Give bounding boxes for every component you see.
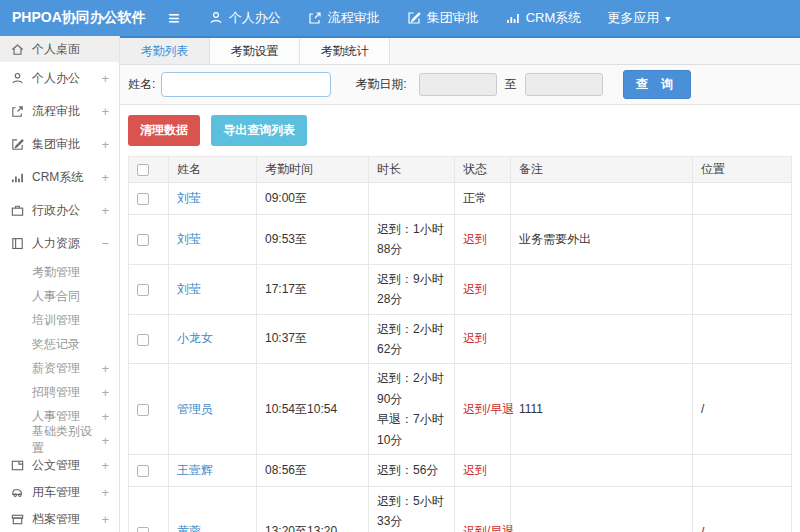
sidebar-item-个人办公[interactable]: 个人办公+ <box>0 62 119 95</box>
time-cell: 13:20至13:20 <box>257 486 369 532</box>
sidebar-item-label: 人事合同 <box>32 288 80 305</box>
checkbox-cell <box>129 454 169 486</box>
row-checkbox[interactable] <box>137 465 149 477</box>
expand-plus-icon[interactable]: + <box>101 137 109 152</box>
name-cell: 王壹辉 <box>169 454 257 486</box>
expand-plus-icon[interactable]: + <box>101 409 109 424</box>
menu-toggle-icon[interactable]: ≡ <box>158 0 190 36</box>
select-all-checkbox[interactable] <box>137 164 149 176</box>
tab-attendance-stats[interactable]: 考勤统计 <box>300 38 390 64</box>
sidebar-item-人力资源[interactable]: 人力资源− <box>0 227 119 260</box>
date-to-input[interactable] <box>525 73 603 96</box>
duration-cell <box>369 183 455 215</box>
clean-data-button[interactable]: 清理数据 <box>128 115 200 146</box>
row-checkbox[interactable] <box>137 193 149 205</box>
sidebar-item-个人桌面[interactable]: 个人桌面 <box>0 36 119 62</box>
column-header-时长: 时长 <box>369 157 455 183</box>
expand-plus-icon[interactable]: + <box>101 71 109 86</box>
search-button[interactable]: 查 询 <box>623 70 691 99</box>
topnav-item-流程审批[interactable]: 流程审批 <box>307 9 380 27</box>
duration-cell: 迟到：2小时90分早退：7小时10分 <box>369 364 455 455</box>
sidebar-subitem-培训管理[interactable]: 培训管理 <box>0 308 119 332</box>
sidebar-item-档案管理[interactable]: 档案管理+ <box>0 506 119 532</box>
row-checkbox[interactable] <box>137 334 149 346</box>
sidebar-item-label: 公文管理 <box>32 457 80 474</box>
expand-plus-icon[interactable]: + <box>101 385 109 400</box>
duration-line: 迟到：2小时62分 <box>377 319 446 360</box>
location-cell <box>693 215 792 265</box>
status-cell: 迟到/早退 <box>455 364 511 455</box>
sidebar-item-CRM系统[interactable]: CRM系统+ <box>0 161 119 194</box>
expand-plus-icon[interactable]: + <box>101 512 109 527</box>
topnav-item-更多应用[interactable]: 更多应用▾ <box>607 9 670 27</box>
duration-cell: 迟到：56分 <box>369 454 455 486</box>
location-cell: / <box>693 364 792 455</box>
time-cell: 09:00至 <box>257 183 369 215</box>
sidebar-subitem-基础类别设置[interactable]: 基础类别设置+ <box>0 428 119 452</box>
sidebar-item-行政办公[interactable]: 行政办公+ <box>0 194 119 227</box>
status-cell: 迟到 <box>455 264 511 314</box>
sidebar-subitem-招聘管理[interactable]: 招聘管理+ <box>0 380 119 404</box>
employee-name-link[interactable]: 王壹辉 <box>177 463 213 477</box>
sidebar-item-用车管理[interactable]: 用车管理+ <box>0 479 119 506</box>
column-header-备注: 备注 <box>511 157 693 183</box>
sidebar-item-label: 档案管理 <box>32 511 80 528</box>
status-cell: 迟到 <box>455 215 511 265</box>
sidebar-subitem-考勤管理[interactable]: 考勤管理 <box>0 260 119 284</box>
sidebar: 个人桌面个人办公+流程审批+集团审批+CRM系统+行政办公+人力资源−考勤管理人… <box>0 36 120 532</box>
date-from-input[interactable] <box>419 73 497 96</box>
employee-name-link[interactable]: 刘莹 <box>177 282 201 296</box>
row-checkbox[interactable] <box>137 404 149 416</box>
doc-icon <box>10 458 25 473</box>
employee-name-link[interactable]: 刘莹 <box>177 191 201 205</box>
expand-plus-icon[interactable]: + <box>101 203 109 218</box>
status-badge: 迟到 <box>463 232 487 246</box>
top-nav: 个人办公流程审批集团审批CRM系统更多应用▾ <box>208 0 697 36</box>
row-checkbox[interactable] <box>137 234 149 246</box>
export-list-button[interactable]: 导出查询列表 <box>211 115 307 146</box>
name-cell: 刘莹 <box>169 264 257 314</box>
employee-name-link[interactable]: 管理员 <box>177 402 213 416</box>
employee-name-link[interactable]: 刘莹 <box>177 232 201 246</box>
status-badge: 迟到 <box>463 282 487 296</box>
employee-name-link[interactable]: 黄蓉 <box>177 524 201 532</box>
expand-plus-icon[interactable]: + <box>101 104 109 119</box>
employee-name-link[interactable]: 小龙女 <box>177 331 213 345</box>
sidebar-subitem-人事合同[interactable]: 人事合同 <box>0 284 119 308</box>
row-checkbox[interactable] <box>137 527 149 532</box>
expand-plus-icon[interactable]: + <box>101 433 109 448</box>
sidebar-subitem-奖惩记录[interactable]: 奖惩记录 <box>0 332 119 356</box>
column-header-位置: 位置 <box>693 157 792 183</box>
filter-bar: 姓名: 考勤日期: 至 查 询 <box>120 65 800 105</box>
name-cell: 刘莹 <box>169 215 257 265</box>
checkbox-cell <box>129 314 169 364</box>
sidebar-item-集团审批[interactable]: 集团审批+ <box>0 128 119 161</box>
name-filter-label: 姓名: <box>128 76 155 93</box>
topnav-item-CRM系统[interactable]: CRM系统 <box>505 9 582 27</box>
chart-icon <box>505 10 521 26</box>
sidebar-subitem-薪资管理[interactable]: 薪资管理+ <box>0 356 119 380</box>
sidebar-item-label: 招聘管理 <box>32 384 80 401</box>
expand-plus-icon[interactable]: + <box>101 485 109 500</box>
tab-attendance-settings[interactable]: 考勤设置 <box>210 38 300 64</box>
tab-attendance-list[interactable]: 考勤列表 <box>120 38 210 64</box>
duration-line: 迟到：56分 <box>377 460 446 480</box>
sidebar-item-流程审批[interactable]: 流程审批+ <box>0 95 119 128</box>
sidebar-item-label: 培训管理 <box>32 312 80 329</box>
expand-plus-icon[interactable]: + <box>101 170 109 185</box>
expand-plus-icon[interactable]: + <box>101 458 109 473</box>
collapse-minus-icon[interactable]: − <box>101 236 109 251</box>
time-cell: 09:53至 <box>257 215 369 265</box>
name-filter-input[interactable] <box>161 72 331 97</box>
topnav-item-个人办公[interactable]: 个人办公 <box>208 9 281 27</box>
status-badge: 正常 <box>463 191 487 205</box>
time-cell: 10:54至10:54 <box>257 364 369 455</box>
row-checkbox[interactable] <box>137 284 149 296</box>
expand-plus-icon[interactable]: + <box>101 361 109 376</box>
table-row: 黄蓉13:20至13:20迟到：5小时33分早退：4小时67分迟到/早退/ <box>129 486 792 532</box>
content-area: 清理数据 导出查询列表 姓名考勤时间时长状态备注位置 刘莹09:00至正常刘莹0… <box>120 105 800 532</box>
sidebar-item-label: 行政办公 <box>32 202 80 219</box>
status-badge: 迟到 <box>463 463 487 477</box>
topnav-item-集团审批[interactable]: 集团审批 <box>406 9 479 27</box>
car-icon <box>10 485 25 500</box>
